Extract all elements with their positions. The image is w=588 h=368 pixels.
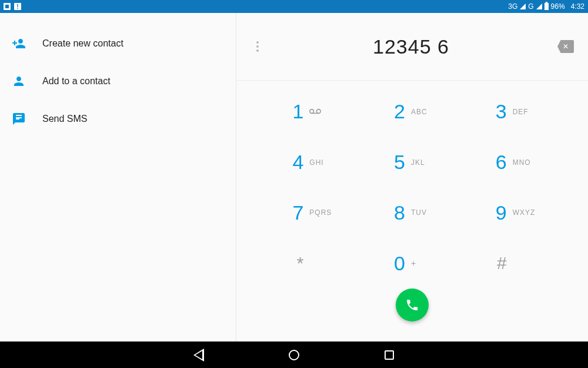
- nav-home-button[interactable]: [288, 349, 300, 362]
- svg-point-1: [317, 110, 321, 114]
- message-icon: [12, 112, 26, 126]
- svg-point-0: [310, 110, 314, 114]
- network-1-label: 3G: [508, 2, 517, 11]
- number-display-row: 12345 6 ✕: [236, 13, 588, 81]
- key-1[interactable]: 1: [260, 87, 362, 137]
- actions-pane: Create new contact Add to a contact Send…: [0, 13, 236, 342]
- battery-percent: 96%: [551, 2, 565, 11]
- key-4[interactable]: 4GHI: [260, 137, 362, 188]
- add-to-contact-label: Add to a contact: [42, 76, 111, 87]
- send-sms-button[interactable]: Send SMS: [0, 100, 236, 138]
- back-icon: [193, 349, 204, 362]
- alert-icon: !: [14, 3, 21, 10]
- phone-icon: [405, 298, 419, 312]
- clock: 4:32: [571, 2, 584, 11]
- person-add-icon: [12, 37, 26, 51]
- key-star[interactable]: *: [260, 238, 362, 289]
- send-sms-label: Send SMS: [42, 114, 87, 124]
- backspace-button[interactable]: ✕: [557, 40, 574, 53]
- key-3[interactable]: 3DEF: [463, 87, 564, 137]
- key-2[interactable]: 2ABC: [362, 87, 463, 137]
- main-area: Create new contact Add to a contact Send…: [0, 13, 588, 342]
- call-button[interactable]: [396, 289, 429, 321]
- overflow-menu-button[interactable]: [250, 41, 265, 52]
- battery-icon: [544, 3, 549, 10]
- home-icon: [289, 350, 299, 360]
- image-icon: [4, 3, 11, 10]
- recent-icon: [385, 350, 394, 360]
- nav-back-button[interactable]: [192, 349, 205, 362]
- status-bar: ! 3G G 96% 4:32: [0, 0, 588, 13]
- key-7[interactable]: 7PQRS: [260, 188, 362, 238]
- create-contact-button[interactable]: Create new contact: [0, 25, 236, 62]
- network-2-label: G: [528, 2, 533, 11]
- dialed-number: 12345 6: [265, 35, 557, 58]
- key-8[interactable]: 8TUV: [362, 188, 463, 238]
- add-to-contact-button[interactable]: Add to a contact: [0, 62, 236, 100]
- create-contact-label: Create new contact: [42, 38, 123, 49]
- key-hash[interactable]: #: [463, 238, 564, 289]
- signal-icon: [536, 4, 542, 9]
- call-row: [236, 289, 588, 342]
- voicemail-icon: [309, 108, 333, 116]
- person-icon: [12, 74, 26, 88]
- dialer-pane: 12345 6 ✕ 1 2ABC 3DEF 4GHI 5JKL 6MNO 7PQ…: [236, 13, 588, 342]
- key-0[interactable]: 0+: [362, 238, 463, 289]
- keypad: 1 2ABC 3DEF 4GHI 5JKL 6MNO 7PQRS 8TUV 9W…: [236, 81, 588, 289]
- navigation-bar: [0, 342, 588, 368]
- signal-icon: [520, 4, 526, 9]
- key-6[interactable]: 6MNO: [463, 137, 564, 188]
- key-9[interactable]: 9WXYZ: [463, 188, 564, 238]
- key-5[interactable]: 5JKL: [362, 137, 463, 188]
- nav-recent-button[interactable]: [383, 349, 396, 362]
